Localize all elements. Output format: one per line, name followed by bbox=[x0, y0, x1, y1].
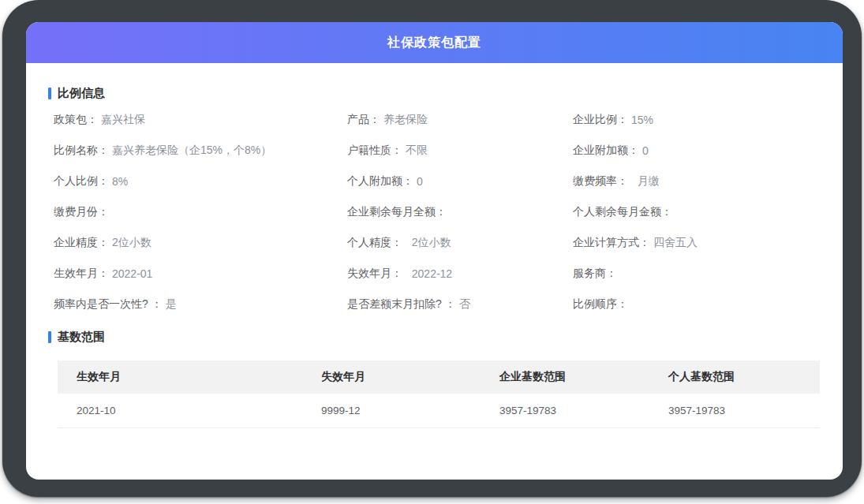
field-label: 企业附加额： bbox=[573, 144, 639, 158]
section-marker-bar bbox=[48, 331, 51, 343]
field-value: 0 bbox=[417, 175, 423, 188]
field-label: 比例名称： bbox=[54, 144, 109, 158]
field-value: 8% bbox=[112, 175, 128, 188]
field-policy-package: 政策包： 嘉兴社保 bbox=[54, 104, 347, 135]
section-title-ratio-info: 比例信息 bbox=[48, 87, 843, 99]
field-value: 不限 bbox=[406, 144, 428, 158]
field-label: 个人精度： bbox=[347, 236, 402, 250]
field-value: 2位小数 bbox=[112, 236, 151, 250]
window-frame: 社保政策包配置 比例信息 政策包： 嘉兴社保 产品： 养老保险 企业比例： 15… bbox=[2, 0, 862, 497]
base-range-table: 生效年月 失效年月 企业基数范围 个人基数范围 2021-10 9999-12 … bbox=[58, 360, 820, 428]
cell-company-base-range: 3957-19783 bbox=[481, 394, 649, 428]
table-row: 2021-10 9999-12 3957-19783 3957-19783 bbox=[58, 394, 820, 428]
policy-config-dialog: 社保政策包配置 比例信息 政策包： 嘉兴社保 产品： 养老保险 企业比例： 15… bbox=[26, 22, 843, 480]
field-value: 月缴 bbox=[631, 174, 660, 189]
field-label: 服务商： bbox=[573, 267, 617, 281]
field-label: 生效年月： bbox=[54, 267, 109, 281]
field-value: 四舍五入 bbox=[653, 236, 698, 250]
field-personal-extra-amount: 个人附加额： 0 bbox=[347, 166, 573, 196]
field-value: 0 bbox=[642, 144, 649, 157]
cell-personal-base-range: 3957-19783 bbox=[649, 394, 820, 428]
field-company-calc-method: 企业计算方式： 四舍五入 bbox=[573, 227, 827, 258]
field-label: 企业精度： bbox=[54, 236, 109, 250]
dialog-title: 社保政策包配置 bbox=[387, 35, 481, 51]
field-value: 2022-12 bbox=[406, 267, 452, 280]
field-value: 2位小数 bbox=[406, 236, 451, 250]
col-header-personal-base-range: 个人基数范围 bbox=[649, 360, 820, 394]
field-label: 产品： bbox=[347, 113, 380, 127]
table-header-row: 生效年月 失效年月 企业基数范围 个人基数范围 bbox=[58, 360, 820, 394]
field-value: 嘉兴社保 bbox=[101, 113, 145, 127]
section-marker-bar bbox=[48, 88, 51, 99]
field-label: 缴费频率： bbox=[573, 174, 628, 189]
ratio-info-grid: 政策包： 嘉兴社保 产品： 养老保险 企业比例： 15% 比例名称： 嘉兴养老保… bbox=[26, 104, 843, 319]
field-company-ratio: 企业比例： 15% bbox=[573, 104, 827, 135]
field-payment-frequency: 缴费频率： 月缴 bbox=[573, 166, 827, 196]
section-title-text: 比例信息 bbox=[58, 87, 105, 99]
field-value: 是 bbox=[166, 297, 177, 312]
field-company-extra-amount: 企业附加额： 0 bbox=[573, 135, 827, 166]
field-household-type: 户籍性质： 不限 bbox=[347, 135, 573, 166]
cell-expiry-month: 9999-12 bbox=[302, 394, 481, 428]
field-label: 个人剩余每月金额： bbox=[573, 205, 672, 219]
field-value: 15% bbox=[631, 114, 653, 126]
field-once-within-frequency: 频率内是否一次性? ： 是 bbox=[54, 289, 347, 319]
field-company-remaining-monthly-amount: 企业剩余每月全额： bbox=[347, 196, 573, 227]
field-label: 是否差额末月扣除? ： bbox=[347, 297, 456, 312]
field-label: 企业比例： bbox=[573, 113, 628, 127]
field-personal-ratio: 个人比例： 8% bbox=[54, 166, 347, 196]
field-personal-precision: 个人精度： 2位小数 bbox=[347, 227, 573, 258]
field-label: 比例顺序： bbox=[573, 297, 628, 312]
col-header-effective-month: 生效年月 bbox=[58, 360, 302, 394]
field-effective-month: 生效年月： 2022-01 bbox=[54, 258, 347, 289]
field-ratio-order: 比例顺序： bbox=[573, 289, 827, 319]
field-value: 养老保险 bbox=[383, 113, 428, 127]
field-value: 否 bbox=[459, 297, 470, 312]
field-service-provider: 服务商： bbox=[573, 258, 827, 289]
field-ratio-name: 比例名称： 嘉兴养老保险（企15%，个8%） bbox=[54, 135, 347, 166]
field-label: 个人附加额： bbox=[347, 174, 413, 189]
field-personal-remaining-monthly-amount: 个人剩余每月金额： bbox=[573, 196, 827, 227]
section-title-base-range: 基数范围 bbox=[48, 330, 843, 343]
field-label: 个人比例： bbox=[54, 174, 109, 189]
field-label: 政策包： bbox=[54, 113, 98, 127]
field-expiry-month: 失效年月： 2022-12 bbox=[347, 258, 573, 289]
field-label: 失效年月： bbox=[347, 267, 402, 281]
field-label: 户籍性质： bbox=[347, 144, 402, 158]
field-payment-month: 缴费月份： bbox=[54, 196, 347, 227]
field-value: 嘉兴养老保险（企15%，个8%） bbox=[112, 144, 271, 158]
field-label: 缴费月份： bbox=[54, 205, 109, 219]
field-label: 企业剩余每月全额： bbox=[347, 205, 447, 219]
cell-effective-month: 2021-10 bbox=[58, 394, 302, 428]
field-company-precision: 企业精度： 2位小数 bbox=[54, 227, 347, 258]
field-label: 企业计算方式： bbox=[573, 236, 650, 250]
field-label: 频率内是否一次性? ： bbox=[54, 297, 163, 312]
col-header-company-base-range: 企业基数范围 bbox=[481, 360, 649, 394]
field-product: 产品： 养老保险 bbox=[347, 104, 573, 135]
field-deduct-diff-last-month: 是否差额末月扣除? ： 否 bbox=[347, 289, 573, 319]
field-value: 2022-01 bbox=[112, 267, 152, 280]
col-header-expiry-month: 失效年月 bbox=[302, 360, 481, 394]
section-title-text: 基数范围 bbox=[58, 330, 105, 343]
dialog-header: 社保政策包配置 bbox=[26, 22, 843, 63]
